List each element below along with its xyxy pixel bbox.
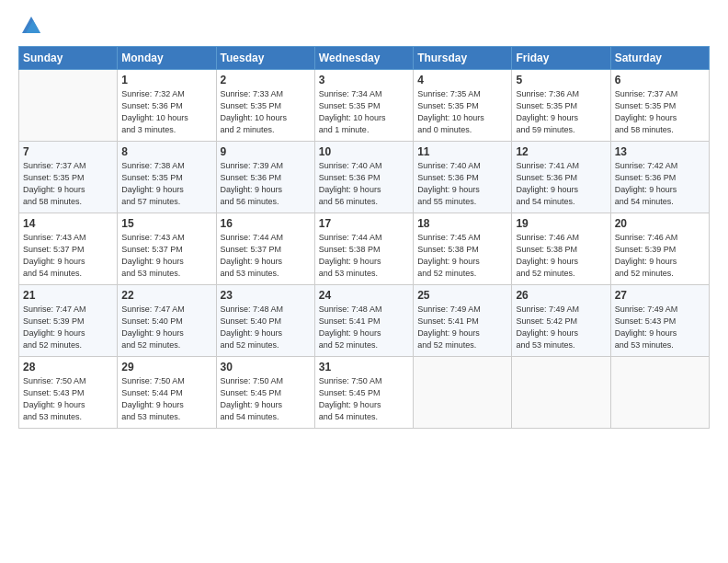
day-cell bbox=[610, 357, 709, 429]
day-cell: 10Sunrise: 7:40 AM Sunset: 5:36 PM Dayli… bbox=[314, 142, 413, 213]
day-info: Sunrise: 7:50 AM Sunset: 5:44 PM Dayligh… bbox=[121, 375, 211, 423]
week-row-3: 14Sunrise: 7:43 AM Sunset: 5:37 PM Dayli… bbox=[19, 213, 710, 285]
day-cell: 17Sunrise: 7:44 AM Sunset: 5:38 PM Dayli… bbox=[314, 213, 413, 285]
day-cell: 3Sunrise: 7:34 AM Sunset: 5:35 PM Daylig… bbox=[314, 70, 413, 142]
day-info: Sunrise: 7:37 AM Sunset: 5:35 PM Dayligh… bbox=[23, 160, 113, 208]
day-number: 26 bbox=[516, 289, 606, 302]
day-number: 22 bbox=[121, 289, 211, 302]
day-info: Sunrise: 7:37 AM Sunset: 5:35 PM Dayligh… bbox=[615, 88, 705, 136]
day-number: 2 bbox=[221, 74, 311, 86]
day-number: 24 bbox=[319, 289, 409, 302]
day-number: 12 bbox=[516, 145, 606, 158]
col-header-wednesday: Wednesday bbox=[314, 47, 413, 70]
day-number: 19 bbox=[516, 217, 606, 230]
day-number: 27 bbox=[615, 289, 705, 302]
day-number: 17 bbox=[319, 217, 409, 230]
day-info: Sunrise: 7:33 AM Sunset: 5:35 PM Dayligh… bbox=[221, 88, 311, 136]
day-info: Sunrise: 7:50 AM Sunset: 5:45 PM Dayligh… bbox=[319, 375, 409, 423]
day-number: 11 bbox=[417, 145, 507, 158]
col-header-sunday: Sunday bbox=[19, 47, 118, 70]
day-cell: 28Sunrise: 7:50 AM Sunset: 5:43 PM Dayli… bbox=[19, 357, 118, 429]
day-info: Sunrise: 7:45 AM Sunset: 5:38 PM Dayligh… bbox=[417, 232, 507, 280]
day-number: 1 bbox=[121, 74, 211, 86]
day-number: 18 bbox=[417, 217, 507, 230]
logo-icon bbox=[20, 15, 42, 35]
day-cell: 23Sunrise: 7:48 AM Sunset: 5:40 PM Dayli… bbox=[216, 285, 314, 357]
day-number: 15 bbox=[121, 217, 211, 230]
week-row-4: 21Sunrise: 7:47 AM Sunset: 5:39 PM Dayli… bbox=[19, 285, 710, 357]
day-info: Sunrise: 7:44 AM Sunset: 5:37 PM Dayligh… bbox=[221, 232, 311, 280]
day-info: Sunrise: 7:49 AM Sunset: 5:43 PM Dayligh… bbox=[615, 304, 705, 351]
day-number: 30 bbox=[221, 361, 311, 373]
day-number: 10 bbox=[319, 145, 409, 158]
day-cell: 6Sunrise: 7:37 AM Sunset: 5:35 PM Daylig… bbox=[610, 70, 709, 142]
col-header-tuesday: Tuesday bbox=[216, 47, 314, 70]
day-cell: 16Sunrise: 7:44 AM Sunset: 5:37 PM Dayli… bbox=[216, 213, 314, 285]
day-cell bbox=[512, 357, 610, 429]
day-number: 28 bbox=[23, 361, 113, 373]
day-cell: 5Sunrise: 7:36 AM Sunset: 5:35 PM Daylig… bbox=[512, 70, 610, 142]
day-info: Sunrise: 7:44 AM Sunset: 5:38 PM Dayligh… bbox=[319, 232, 409, 280]
day-cell: 29Sunrise: 7:50 AM Sunset: 5:44 PM Dayli… bbox=[118, 357, 216, 429]
day-cell: 19Sunrise: 7:46 AM Sunset: 5:38 PM Dayli… bbox=[512, 213, 610, 285]
day-cell: 1Sunrise: 7:32 AM Sunset: 5:36 PM Daylig… bbox=[118, 70, 216, 142]
header bbox=[18, 17, 710, 35]
day-number: 23 bbox=[221, 289, 311, 302]
day-cell bbox=[19, 70, 118, 142]
calendar-container: SundayMondayTuesdayWednesdayThursdayFrid… bbox=[0, 0, 728, 438]
day-number: 3 bbox=[319, 74, 409, 86]
day-cell: 11Sunrise: 7:40 AM Sunset: 5:36 PM Dayli… bbox=[414, 142, 512, 213]
day-info: Sunrise: 7:42 AM Sunset: 5:36 PM Dayligh… bbox=[615, 160, 705, 208]
day-number: 25 bbox=[417, 289, 507, 302]
day-number: 13 bbox=[615, 145, 705, 158]
day-info: Sunrise: 7:48 AM Sunset: 5:40 PM Dayligh… bbox=[221, 304, 311, 351]
day-info: Sunrise: 7:40 AM Sunset: 5:36 PM Dayligh… bbox=[417, 160, 507, 208]
day-number: 29 bbox=[121, 361, 211, 373]
day-info: Sunrise: 7:43 AM Sunset: 5:37 PM Dayligh… bbox=[23, 232, 113, 280]
day-number: 4 bbox=[417, 74, 507, 86]
day-info: Sunrise: 7:48 AM Sunset: 5:41 PM Dayligh… bbox=[319, 304, 409, 351]
day-number: 6 bbox=[615, 74, 705, 86]
week-row-1: 1Sunrise: 7:32 AM Sunset: 5:36 PM Daylig… bbox=[19, 70, 710, 142]
day-cell: 21Sunrise: 7:47 AM Sunset: 5:39 PM Dayli… bbox=[19, 285, 118, 357]
day-cell: 20Sunrise: 7:46 AM Sunset: 5:39 PM Dayli… bbox=[610, 213, 709, 285]
header-row: SundayMondayTuesdayWednesdayThursdayFrid… bbox=[19, 47, 710, 70]
day-cell: 30Sunrise: 7:50 AM Sunset: 5:45 PM Dayli… bbox=[216, 357, 314, 429]
day-info: Sunrise: 7:32 AM Sunset: 5:36 PM Dayligh… bbox=[121, 88, 211, 136]
day-number: 14 bbox=[23, 217, 113, 230]
col-header-monday: Monday bbox=[118, 47, 216, 70]
day-cell: 22Sunrise: 7:47 AM Sunset: 5:40 PM Dayli… bbox=[118, 285, 216, 357]
day-info: Sunrise: 7:50 AM Sunset: 5:45 PM Dayligh… bbox=[221, 375, 311, 423]
day-number: 16 bbox=[221, 217, 311, 230]
day-number: 5 bbox=[516, 74, 606, 86]
calendar-table: SundayMondayTuesdayWednesdayThursdayFrid… bbox=[18, 46, 710, 429]
day-cell: 14Sunrise: 7:43 AM Sunset: 5:37 PM Dayli… bbox=[19, 213, 118, 285]
day-info: Sunrise: 7:35 AM Sunset: 5:35 PM Dayligh… bbox=[417, 88, 507, 136]
day-cell: 26Sunrise: 7:49 AM Sunset: 5:42 PM Dayli… bbox=[512, 285, 610, 357]
day-info: Sunrise: 7:49 AM Sunset: 5:42 PM Dayligh… bbox=[516, 304, 606, 351]
day-cell: 7Sunrise: 7:37 AM Sunset: 5:35 PM Daylig… bbox=[19, 142, 118, 213]
day-number: 8 bbox=[121, 145, 211, 158]
day-number: 31 bbox=[319, 361, 409, 373]
day-info: Sunrise: 7:41 AM Sunset: 5:36 PM Dayligh… bbox=[516, 160, 606, 208]
day-number: 7 bbox=[23, 145, 113, 158]
day-info: Sunrise: 7:39 AM Sunset: 5:36 PM Dayligh… bbox=[221, 160, 311, 208]
day-info: Sunrise: 7:38 AM Sunset: 5:35 PM Dayligh… bbox=[121, 160, 211, 208]
day-cell: 27Sunrise: 7:49 AM Sunset: 5:43 PM Dayli… bbox=[610, 285, 709, 357]
day-cell: 25Sunrise: 7:49 AM Sunset: 5:41 PM Dayli… bbox=[414, 285, 512, 357]
day-info: Sunrise: 7:47 AM Sunset: 5:39 PM Dayligh… bbox=[23, 304, 113, 351]
day-info: Sunrise: 7:43 AM Sunset: 5:37 PM Dayligh… bbox=[121, 232, 211, 280]
week-row-5: 28Sunrise: 7:50 AM Sunset: 5:43 PM Dayli… bbox=[19, 357, 710, 429]
col-header-saturday: Saturday bbox=[610, 47, 709, 70]
day-info: Sunrise: 7:46 AM Sunset: 5:38 PM Dayligh… bbox=[516, 232, 606, 280]
day-number: 20 bbox=[615, 217, 705, 230]
day-info: Sunrise: 7:46 AM Sunset: 5:39 PM Dayligh… bbox=[615, 232, 705, 280]
day-cell: 31Sunrise: 7:50 AM Sunset: 5:45 PM Dayli… bbox=[314, 357, 413, 429]
day-cell: 2Sunrise: 7:33 AM Sunset: 5:35 PM Daylig… bbox=[216, 70, 314, 142]
col-header-thursday: Thursday bbox=[414, 47, 512, 70]
day-info: Sunrise: 7:40 AM Sunset: 5:36 PM Dayligh… bbox=[319, 160, 409, 208]
day-cell bbox=[414, 357, 512, 429]
day-cell: 13Sunrise: 7:42 AM Sunset: 5:36 PM Dayli… bbox=[610, 142, 709, 213]
day-number: 9 bbox=[221, 145, 311, 158]
day-info: Sunrise: 7:34 AM Sunset: 5:35 PM Dayligh… bbox=[319, 88, 409, 136]
